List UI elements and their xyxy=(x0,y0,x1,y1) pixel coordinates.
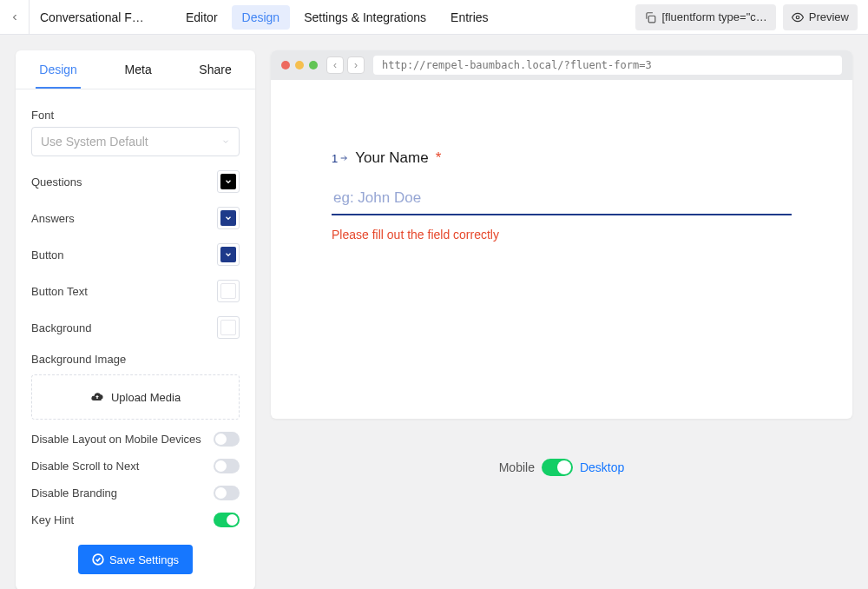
question-text: Your Name xyxy=(355,149,428,167)
nav-forward-button[interactable]: › xyxy=(347,56,365,74)
check-circle-icon xyxy=(92,553,104,566)
svg-point-1 xyxy=(796,16,799,19)
bg-image-label: Background Image xyxy=(31,353,240,366)
panel-tab-meta[interactable]: Meta xyxy=(122,50,155,89)
font-select[interactable]: Use System Default xyxy=(31,127,240,156)
save-label: Save Settings xyxy=(109,553,179,566)
arrow-right-icon xyxy=(339,154,348,162)
switch-label: Key Hint xyxy=(31,513,74,526)
panel-tab-share[interactable]: Share xyxy=(195,50,234,89)
url-bar[interactable]: http://rempel-baumbach.local/?fluent-for… xyxy=(373,56,842,75)
maximize-dot xyxy=(309,61,318,69)
answer-input[interactable] xyxy=(332,186,792,215)
shortcode-chip[interactable]: [fluentform type="c… xyxy=(635,4,775,30)
viewport-toggle[interactable] xyxy=(542,459,573,476)
color-swatch-button[interactable] xyxy=(217,243,240,266)
error-message: Please fill out the field correctly xyxy=(332,228,792,242)
switch-disable-scroll-to-next[interactable] xyxy=(214,459,240,473)
color-label: Background xyxy=(31,321,91,334)
svg-rect-0 xyxy=(649,16,656,23)
chevron-down-icon xyxy=(221,137,230,146)
preview-browser: ‹ › http://rempel-baumbach.local/?fluent… xyxy=(271,50,852,419)
color-label: Button xyxy=(31,248,64,261)
minimize-dot xyxy=(295,61,304,69)
color-swatch-button-text[interactable] xyxy=(217,280,240,302)
upload-label: Upload Media xyxy=(111,391,181,404)
eye-icon xyxy=(792,11,804,23)
tab-editor[interactable]: Editor xyxy=(175,5,228,30)
panel-tab-design[interactable]: Design xyxy=(36,50,81,89)
tab-design[interactable]: Design xyxy=(232,5,291,30)
save-settings-button[interactable]: Save Settings xyxy=(78,545,193,574)
preview-label: Preview xyxy=(809,10,849,23)
color-label: Questions xyxy=(31,175,82,189)
switch-label: Disable Scroll to Next xyxy=(31,460,139,473)
tab-entries[interactable]: Entries xyxy=(440,5,499,30)
question-index: 1 xyxy=(332,152,348,165)
nav-back-button[interactable]: ‹ xyxy=(326,56,344,74)
form-title: Conversational Form… xyxy=(30,10,160,24)
switch-label: Disable Branding xyxy=(31,486,117,500)
switch-key-hint[interactable] xyxy=(214,513,240,527)
switch-disable-layout-on-mobile-devices[interactable] xyxy=(214,432,240,447)
font-placeholder: Use System Default xyxy=(41,135,148,149)
color-label: Button Text xyxy=(31,285,88,298)
required-indicator: * xyxy=(436,149,442,167)
window-controls xyxy=(281,61,318,69)
color-swatch-questions[interactable] xyxy=(217,170,240,193)
close-dot xyxy=(281,61,290,69)
tab-settings[interactable]: Settings & Integrations xyxy=(293,5,437,30)
switch-disable-branding[interactable] xyxy=(214,486,240,500)
design-panel: Design Meta Share Font Use System Defaul… xyxy=(16,50,255,589)
shortcode-text: [fluentform type="c… xyxy=(661,10,766,23)
mobile-label[interactable]: Mobile xyxy=(499,460,535,474)
switch-label: Disable Layout on Mobile Devices xyxy=(31,433,201,446)
color-swatch-answers[interactable] xyxy=(217,207,240,229)
font-label: Font xyxy=(31,109,240,122)
desktop-label[interactable]: Desktop xyxy=(580,460,624,474)
preview-button[interactable]: Preview xyxy=(783,4,858,30)
color-swatch-background[interactable] xyxy=(217,316,240,339)
color-label: Answers xyxy=(31,212,75,225)
upload-media-button[interactable]: Upload Media xyxy=(31,374,240,420)
copy-icon xyxy=(644,11,656,23)
back-button[interactable] xyxy=(0,0,30,35)
cloud-upload-icon xyxy=(90,390,104,404)
